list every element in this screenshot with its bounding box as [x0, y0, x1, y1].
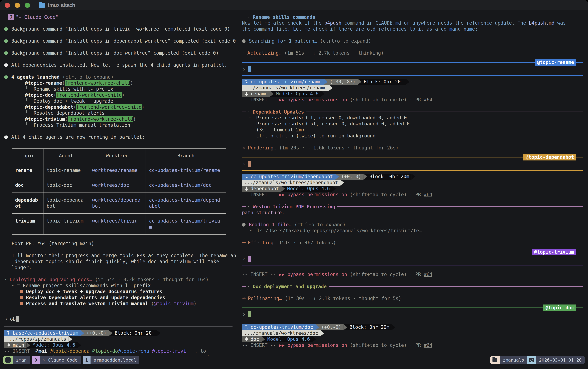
minimize-button[interactable]: [15, 3, 20, 8]
activity-meta: (1m 30s · ↑ 2.1k tokens · thought for 5s…: [285, 296, 401, 301]
branch-segment: base/cc-updates-trivium: [4, 330, 81, 336]
statusline-row-model: doc Model: Opus 4.6: [242, 336, 583, 342]
todo-item: Resolve Dependabot alerts and update dep…: [20, 295, 236, 301]
assistant-message: All dependencies installed. Now let me s…: [4, 62, 236, 68]
statusline-row-path: .../zmanuals/worktrees/dependabot: [242, 180, 583, 186]
model-segment: Model: Opus 4.6: [265, 336, 312, 342]
branch-segment: cc-updates-trivium/dependabot: [242, 174, 335, 180]
terminal-area: 0 "✳ Claude Code" Background command "In…: [0, 10, 588, 356]
activity-line: ✳ Pondering… (1m 20s · ↓ 1.6k tokens · t…: [242, 145, 583, 151]
tool-line: Reading 1 file… (ctrl+o to expand): [242, 222, 583, 228]
cwd-segment: .../repos/zp/zmanuals: [4, 336, 69, 342]
branch-segment: cc-updates-trivium/doc: [242, 324, 315, 330]
prompt-input[interactable]: › ob: [4, 316, 236, 322]
activity-verb: Pollinating…: [248, 296, 285, 301]
assistant-message: All 4 child agents are now running in pa…: [4, 134, 236, 140]
block-segment: Block: 0hr 20m: [367, 174, 411, 180]
cwd-segment: .../zmanuals/worktrees/rename: [242, 85, 329, 91]
diff-segment: (+30,-87): [328, 79, 358, 85]
mode-line: -- INSERT -- ▶▶ bypass permissions on (s…: [242, 271, 583, 277]
agent-text: Now let me also check if the b4push comm…: [242, 20, 583, 26]
mode-line: -- INSERT @mai @topic-dependa @topic-do@…: [4, 348, 236, 354]
activity-meta: (5m 54s · 8.2k tokens · thought for 16s): [95, 277, 209, 283]
table-row: doc topic-doc worktrees/doc cc-updates-t…: [12, 178, 226, 193]
tree-task: │ └ Deploy doc + tweak + upgrade: [17, 98, 236, 104]
message-dot-icon: [4, 63, 8, 67]
window-title: tmux attach: [48, 2, 75, 8]
host-icon-segment: [490, 356, 500, 364]
section-rule: · Weston Trivium PDF Processing: [242, 204, 583, 210]
statusline-row-branch: cc-updates-trivium/doc (+0,-0) Block: 0h…: [242, 324, 583, 330]
activity-meta: (51s · ↑ 467 tokens): [279, 240, 336, 246]
tree-agent: ├─ @topic-doc(frontend-worktree-child): [17, 92, 236, 98]
mode-line: -- INSERT -- ▶▶ bypass permissions on (s…: [242, 192, 583, 198]
pr-link[interactable]: #64: [424, 342, 432, 348]
event-line: Background command "Install deps in doc …: [4, 50, 236, 56]
fast-forward-icon: ▶▶: [279, 97, 287, 103]
statusline-row-branch: cc-updates-trivium/dependabot (+0,-0) Bl…: [242, 174, 583, 180]
window-1-name[interactable]: armageddon.local: [91, 356, 140, 364]
pr-link[interactable]: #64: [424, 192, 432, 198]
window-1-index[interactable]: 1: [83, 356, 91, 364]
prompt-input-dependabot[interactable]: ›: [242, 161, 583, 167]
monitor-note: dependabot topics should finish quickly,…: [12, 259, 236, 265]
activity-verb: Effecting…: [248, 240, 279, 246]
event-line: Background command "Install deps in triv…: [4, 26, 236, 32]
activity-line: · Deploying and upgrading docs… (5m 54s …: [4, 277, 236, 283]
prompt-input-doc[interactable]: ›: [242, 311, 583, 318]
prompt-chevron-icon: ›: [242, 66, 246, 72]
spinner-star-icon: ✳: [242, 296, 246, 301]
cwd-segment: .../zmanuals/worktrees/doc: [242, 330, 320, 336]
agent-badge-trivium[interactable]: @topic-trivium: [532, 249, 576, 255]
calendar-clock-icon: [529, 358, 534, 362]
agent-badge-dependabot[interactable]: @topic-dependabot: [523, 154, 576, 161]
prompt-input-trivium[interactable]: ›: [242, 255, 583, 262]
activity-meta: (1m 51s · ↓ 2.7k tokens · thinking): [284, 50, 384, 56]
datetime: 2026-03-01 01:20: [536, 356, 585, 364]
agent-badge-doc[interactable]: @topic-doc: [543, 305, 576, 311]
progress-line: Progress: resolved 51, reused 0, downloa…: [256, 121, 583, 127]
table-row: rename topic-rename worktrees/rename cc-…: [12, 163, 226, 178]
agent-badge-rename[interactable]: @topic-rename: [535, 59, 576, 66]
statusline-row-model: main Model: Opus 4.6: [4, 342, 236, 348]
worktree-segment: doc: [242, 336, 261, 342]
message-dot-icon: [4, 135, 8, 139]
prompt-chevron-icon: ›: [5, 316, 8, 322]
pr-link[interactable]: #64: [424, 271, 432, 277]
section-title: Rename skills commands: [253, 14, 315, 20]
activity-meta: (1m 20s · ↓ 1.6k tokens · thought for 26…: [279, 145, 398, 151]
worktree-segment: dependabot: [242, 186, 281, 192]
folder-icon: [39, 3, 45, 8]
section-rule: · Doc deployment and upgrade: [242, 284, 583, 289]
agent-mention: @topic-dependabot: [25, 104, 73, 110]
agent-border-dependabot: @topic-dependabot: [242, 154, 583, 161]
window-0-index[interactable]: 0: [32, 356, 40, 364]
session-icon-segment: ›_: [3, 356, 13, 364]
todo-active-icon: [20, 296, 23, 299]
close-button[interactable]: [5, 3, 10, 8]
mode-line: -- INSERT -- ▶▶ bypass permissions on (s…: [242, 342, 583, 348]
text-cursor: [248, 311, 251, 317]
tree-icon: [244, 337, 249, 341]
tree-agent: ├─ @topic-dependabot(frontend-worktree-c…: [17, 104, 236, 110]
block-segment: Block: 0hr 20m: [112, 330, 157, 336]
block-segment: Block: 0hr 20m: [362, 79, 406, 85]
agent-text: the command file. Let me check if there …: [242, 26, 583, 32]
prompt-input-rename[interactable]: ›: [242, 66, 583, 72]
zoom-button[interactable]: [25, 3, 30, 8]
todo-item: Deploy doc + tweak + upgrade Docusaurus …: [20, 289, 236, 295]
section-rule: · Dependabot Updates: [242, 109, 583, 115]
pane-title-row: 0 "✳ Claude Code": [4, 14, 236, 20]
terminal-window: tmux attach 0 "✳ Claude Code" Background…: [0, 0, 588, 369]
agent-type-chip: frontend-worktree-child: [68, 116, 133, 122]
section-title: Weston Trivium PDF Processing: [253, 204, 335, 210]
window-0-name[interactable]: ✳ Claude Code: [40, 356, 81, 364]
cwd-segment: .../zmanuals/worktrees/dependabot: [242, 180, 340, 186]
event-line: Background command "Install deps in depe…: [4, 38, 236, 44]
activity-line: ✳ Pollinating… (1m 30s · ↑ 2.1k tokens ·…: [242, 296, 583, 301]
agent-text: path structure.: [242, 210, 583, 216]
tree-task: │ └ Rename skills with l- prefix: [17, 86, 236, 92]
pr-link[interactable]: #64: [424, 97, 432, 103]
monitor-note: longer.: [12, 265, 236, 271]
fast-forward-icon: ▶▶: [279, 192, 287, 198]
